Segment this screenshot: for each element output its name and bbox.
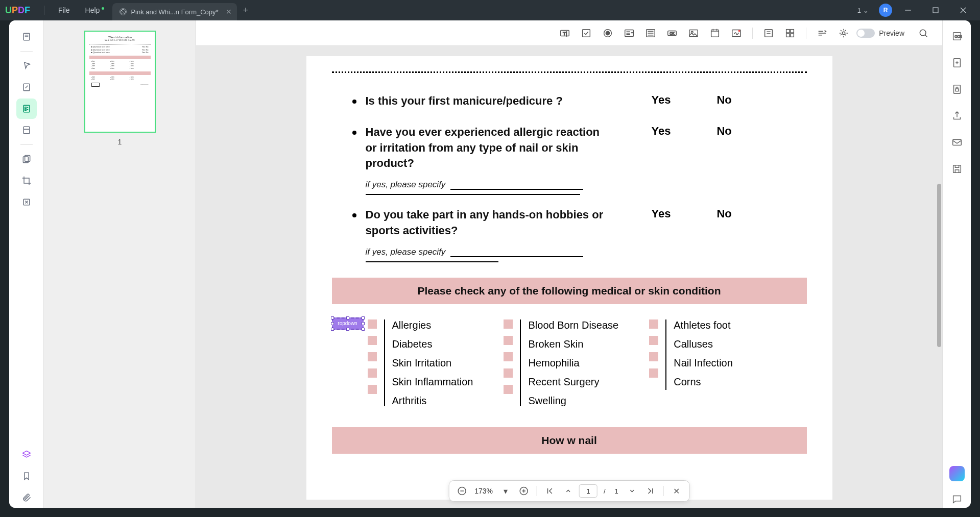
vertical-divider xyxy=(520,319,521,406)
close-navbar-button[interactable]: ✕ xyxy=(669,483,684,499)
prev-page-button[interactable] xyxy=(561,483,576,499)
svg-rect-46 xyxy=(786,29,790,32)
menu-help[interactable]: Help xyxy=(78,6,108,14)
right-toolbar: OCR xyxy=(942,20,971,508)
convert-tool[interactable] xyxy=(948,54,966,71)
zoom-dropdown[interactable]: ▾ xyxy=(498,483,513,499)
svg-point-53 xyxy=(842,32,845,35)
ai-assistant-button[interactable] xyxy=(949,466,965,481)
grid-view-tool[interactable] xyxy=(781,24,799,42)
svg-rect-15 xyxy=(23,127,30,133)
signature-tool[interactable] xyxy=(728,24,745,42)
ocr-tool[interactable]: OCR xyxy=(948,28,966,45)
layers-icon[interactable] xyxy=(16,445,37,465)
menu-file[interactable]: File xyxy=(51,6,78,14)
bookmark-icon[interactable] xyxy=(16,466,37,486)
first-page-button[interactable] xyxy=(542,483,558,499)
preview-toggle[interactable] xyxy=(856,29,875,38)
close-window-button[interactable] xyxy=(951,0,975,20)
checkbox-tool[interactable] xyxy=(578,24,595,42)
underline xyxy=(366,261,498,262)
checkbox-icon xyxy=(368,319,377,329)
crop-tool[interactable] xyxy=(16,170,37,191)
svg-text:T|: T| xyxy=(563,31,567,36)
dropdown-tool[interactable] xyxy=(620,24,638,42)
bullet-icon xyxy=(352,213,356,217)
form-list-tool[interactable] xyxy=(760,24,777,42)
no-label: No xyxy=(716,125,731,138)
form-toolbar: T| OK Preview xyxy=(196,20,942,46)
underline xyxy=(450,256,583,257)
button-tool[interactable]: OK xyxy=(663,24,681,42)
app-logo: UPDF xyxy=(5,5,30,16)
document-viewport[interactable]: Is this your first manicure/pedicure ? Y… xyxy=(196,46,942,508)
svg-point-42 xyxy=(738,30,740,32)
zoom-in-button[interactable] xyxy=(516,483,532,499)
svg-rect-13 xyxy=(25,109,26,111)
pdf-page[interactable]: Is this your first manicure/pedicure ? Y… xyxy=(306,56,832,500)
minimize-button[interactable] xyxy=(896,0,920,20)
bullet-icon xyxy=(352,100,356,104)
separator xyxy=(752,28,753,39)
share-tool[interactable] xyxy=(948,107,966,125)
page-total: 1 xyxy=(612,487,622,495)
condition-item xyxy=(368,319,377,329)
question-text: Have you ever experienced allergic react… xyxy=(366,125,611,171)
radio-tool[interactable] xyxy=(599,24,616,42)
yes-label: Yes xyxy=(652,207,671,220)
no-label: No xyxy=(716,207,731,220)
settings-tool[interactable] xyxy=(835,24,852,42)
left-toolbar xyxy=(9,20,44,508)
window-count[interactable]: 1 ⌄ xyxy=(857,7,869,14)
bullet-icon xyxy=(352,131,356,135)
tab-title: Pink and Whi...n Form_Copy* xyxy=(131,8,218,16)
redact-tool[interactable] xyxy=(16,149,37,169)
maximize-button[interactable] xyxy=(924,0,947,20)
navigation-bar: 173% ▾ / 1 ✕ xyxy=(448,480,690,502)
page-thumbnail[interactable]: Client Information MANICURE & PEDICURE S… xyxy=(84,31,156,133)
underline xyxy=(366,194,580,195)
organize-tool[interactable] xyxy=(16,120,37,140)
align-tool[interactable] xyxy=(814,24,831,42)
svg-rect-49 xyxy=(791,33,794,36)
vertical-divider xyxy=(384,319,385,406)
vertical-divider xyxy=(665,319,666,390)
scrollbar-thumb[interactable] xyxy=(937,184,941,347)
app-body: Client Information MANICURE & PEDICURE S… xyxy=(9,20,971,508)
compress-tool[interactable] xyxy=(16,192,37,212)
date-field-tool[interactable] xyxy=(706,24,724,42)
search-button[interactable] xyxy=(915,24,932,42)
user-avatar[interactable]: R xyxy=(879,4,892,17)
attachment-icon[interactable] xyxy=(16,487,37,508)
thumbnail-panel: Client Information MANICURE & PEDICURE S… xyxy=(44,20,196,508)
separator xyxy=(20,144,33,145)
page-separator: / xyxy=(601,487,609,495)
dropdown-form-field[interactable]: ropdown xyxy=(332,317,364,330)
titlebar: UPDF File Help Pink and Whi...n Form_Cop… xyxy=(0,0,980,20)
save-tool[interactable] xyxy=(948,160,966,178)
document-tab[interactable]: Pink and Whi...n Form_Copy* ✕ xyxy=(112,3,236,20)
separator xyxy=(663,486,664,496)
edit-tool[interactable] xyxy=(16,77,37,97)
protect-tool[interactable] xyxy=(948,81,966,98)
main-area: T| OK Preview xyxy=(196,20,942,508)
image-field-tool[interactable] xyxy=(685,24,702,42)
zoom-out-button[interactable] xyxy=(454,483,469,499)
separator xyxy=(44,6,44,15)
last-page-button[interactable] xyxy=(643,483,658,499)
feedback-tool[interactable] xyxy=(948,490,966,508)
svg-rect-65 xyxy=(955,89,959,91)
reader-tool[interactable] xyxy=(16,27,37,47)
new-tab-button[interactable]: + xyxy=(243,5,249,16)
svg-rect-3 xyxy=(933,8,938,13)
page-number-input[interactable] xyxy=(579,484,597,498)
close-icon[interactable]: ✕ xyxy=(226,8,232,16)
text-field-tool[interactable]: T| xyxy=(556,24,573,42)
next-page-button[interactable] xyxy=(625,483,640,499)
comment-tool[interactable] xyxy=(16,56,37,76)
listbox-tool[interactable] xyxy=(642,24,659,42)
tab-document-icon xyxy=(119,8,127,15)
form-tool[interactable] xyxy=(16,99,37,119)
svg-rect-47 xyxy=(791,29,794,32)
email-tool[interactable] xyxy=(948,134,966,151)
